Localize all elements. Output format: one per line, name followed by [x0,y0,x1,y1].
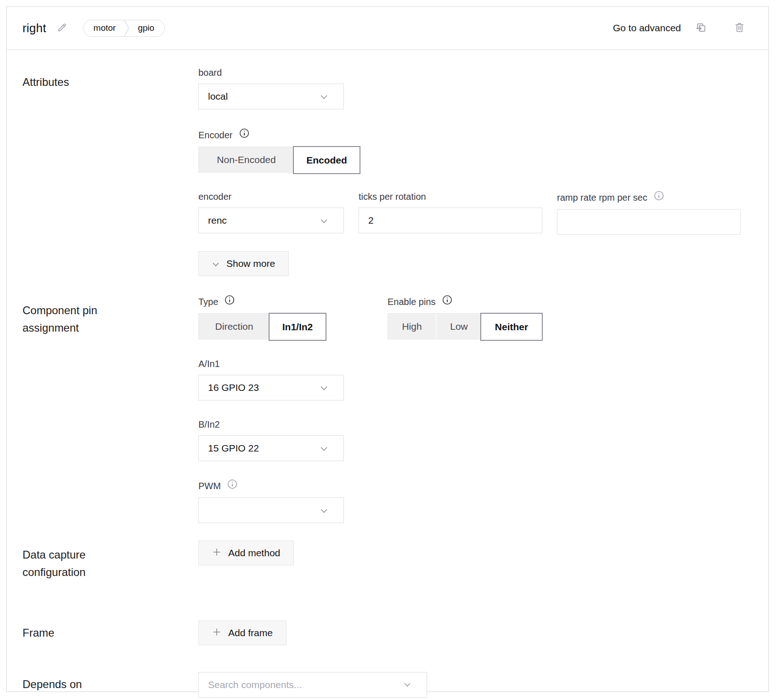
encoder-dropdown[interactable]: renc [198,208,344,233]
toggle-option-neither[interactable]: Neither [480,313,543,341]
encoder-settings-row: encoder renc ticks per rotation [198,190,741,235]
chevron-down-icon [320,443,328,454]
type-enable-row: Type Direction In1/In2 [198,294,542,339]
b-in2-field-group: B/In2 15 GPIO 22 [198,418,542,461]
toggle-option-in1in2[interactable]: In1/In2 [269,313,326,341]
type-toggle-group: Type Direction In1/In2 [198,294,326,339]
pwm-dropdown[interactable] [198,497,344,523]
data-capture-label-line1: Data capture [22,546,198,564]
section-frame: Frame Add frame [22,621,748,645]
section-component-pin-assignment: Component pin assignment Type [22,294,748,523]
show-more-button[interactable]: Show more [198,251,289,276]
a-in1-label: A/In1 [198,357,542,370]
enable-pins-toggle-group: Enable pins High Low Neither [388,294,542,339]
info-icon[interactable] [442,294,453,309]
add-frame-button[interactable]: Add frame [198,621,287,645]
go-to-advanced-link[interactable]: Go to advanced [613,23,681,34]
encoder-field-group: encoder renc [198,190,344,235]
add-frame-label: Add frame [228,627,273,638]
encoder-toggle-label: Encoder [198,129,233,141]
chevron-down-icon [320,215,328,226]
chevron-down-icon [320,382,328,393]
delete-button[interactable] [734,22,745,34]
pwm-label: PWM [198,480,221,492]
toggle-option-high[interactable]: High [388,314,436,339]
encoder-toggle-label-row: Encoder [198,128,741,142]
duplicate-icon [695,21,707,35]
ramp-input[interactable] [557,209,741,235]
type-model-chips: motor gpio [83,20,165,37]
info-icon[interactable] [227,479,238,493]
plus-icon [212,627,221,639]
add-method-button[interactable]: Add method [198,541,294,565]
a-in1-dropdown-value: 16 GPIO 23 [208,382,259,393]
chevron-down-icon [320,91,328,102]
ticks-input[interactable] [359,208,542,233]
encoder-toggle: Non-Encoded Encoded [198,147,360,173]
ramp-label-row: ramp rate rpm per sec [557,190,741,204]
type-label-row: Type [198,294,326,309]
card-body: Attributes board local Encoder [7,66,768,700]
section-attributes: Attributes board local Encoder [22,66,748,276]
section-depends-on: Depends on [22,672,748,700]
enable-pins-label-row: Enable pins [388,294,542,309]
board-dropdown-value: local [208,91,228,102]
component-config-card: right motor gpio Go to advanced [6,6,769,692]
duplicate-button[interactable] [695,21,707,35]
ramp-label: ramp rate rpm per sec [557,191,647,204]
chevron-down-icon [212,258,219,269]
pwm-label-row: PWM [198,479,542,493]
type-toggle: Direction In1/In2 [198,313,326,339]
encoder-toggle-group: Encoder Non-Encoded Encoded [198,128,741,173]
pins-section-label: Component pin assignment [22,294,198,523]
info-icon[interactable] [239,128,250,142]
attributes-section-label: Attributes [22,66,198,276]
info-icon[interactable] [224,294,235,309]
card-header: right motor gpio Go to advanced [7,7,768,50]
pins-label-line1: Component pin [22,302,198,319]
data-capture-content: Add method [198,541,294,581]
pencil-icon [56,22,67,34]
ticks-field-group: ticks per rotation [359,190,542,235]
toggle-option-encoded[interactable]: Encoded [293,146,360,174]
chip-divider-chevron [124,20,129,36]
depends-on-search-dropdown[interactable] [198,672,427,698]
encoder-label: encoder [198,190,344,203]
attributes-section-content: board local Encoder [198,66,741,276]
edit-name-button[interactable] [56,22,67,34]
board-field-group: board local [198,66,741,109]
a-in1-field-group: A/In1 16 GPIO 23 [198,357,542,401]
toggle-option-non-encoded[interactable]: Non-Encoded [199,147,294,172]
show-more-label: Show more [226,258,275,269]
info-icon[interactable] [653,190,664,204]
toggle-option-low[interactable]: Low [436,314,481,339]
chevron-down-icon [320,505,328,516]
frame-section-label: Frame [22,621,198,645]
depends-on-section-label: Depends on [22,672,198,698]
header-actions: Go to advanced [613,21,745,35]
depends-on-content [198,672,427,698]
a-in1-dropdown[interactable]: 16 GPIO 23 [198,375,344,401]
data-capture-section-label: Data capture configuration [22,541,198,581]
pins-label-line2: assignment [22,319,198,337]
type-label: Type [198,295,218,308]
b-in2-label: B/In2 [198,418,542,431]
encoder-dropdown-value: renc [208,215,227,226]
toggle-option-direction[interactable]: Direction [199,314,270,339]
search-components-input[interactable] [208,679,404,690]
b-in2-dropdown[interactable]: 15 GPIO 22 [198,435,344,461]
trash-icon [734,22,745,34]
board-dropdown[interactable]: local [198,84,344,109]
enable-pins-toggle: High Low Neither [388,313,542,339]
chip-model: gpio [129,23,163,33]
chevron-down-icon [404,681,411,689]
frame-content: Add frame [198,621,287,645]
board-label: board [198,66,741,79]
enable-pins-label: Enable pins [388,295,436,308]
section-data-capture: Data capture configuration Add method [22,541,748,581]
plus-icon [212,548,221,559]
pwm-field-group: PWM [198,479,542,523]
b-in2-dropdown-value: 15 GPIO 22 [208,443,259,454]
add-method-label: Add method [228,548,280,559]
ticks-label: ticks per rotation [359,190,542,203]
